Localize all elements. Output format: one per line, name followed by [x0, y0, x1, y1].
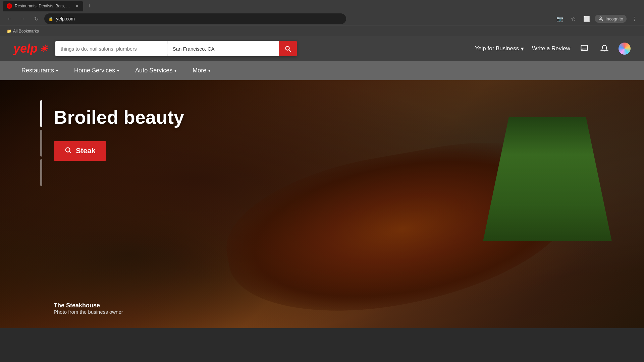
menu-icon[interactable]: ⋮	[629, 13, 640, 24]
bookmarks-folder[interactable]: 📁 All Bookmarks	[4, 27, 42, 35]
hero-content: Broiled beauty Steak	[0, 80, 238, 188]
tab-favicon	[7, 3, 12, 9]
cta-search-icon	[64, 146, 72, 156]
reload-button[interactable]: ↻	[31, 13, 42, 24]
yelp-burst-icon: ✳	[40, 43, 47, 54]
tab-title: Restaurants, Dentists, Bars, Bea...	[15, 4, 72, 8]
yelp-wordmark: yelp	[13, 42, 38, 56]
nav-item-restaurants[interactable]: Restaurants ▾	[13, 61, 66, 80]
write-review-link[interactable]: Write a Review	[532, 45, 570, 52]
search-icon	[284, 45, 291, 52]
yelp-nav: Restaurants ▾ Home Services ▾ Auto Servi…	[0, 61, 644, 80]
active-tab[interactable]: Restaurants, Dentists, Bars, Bea... ✕	[3, 1, 83, 11]
yelp-header: yelp ✳ Yelp for Business ▾ Write a Revie…	[0, 36, 644, 61]
bookmarks-label: All Bookmarks	[13, 29, 39, 34]
slide-dot-1[interactable]	[40, 100, 42, 127]
url-bar[interactable]: 🔒 yelp.com	[44, 13, 346, 24]
more-chevron-icon: ▾	[208, 68, 210, 73]
folder-icon: 📁	[7, 29, 12, 34]
restaurants-chevron-icon: ▾	[56, 68, 58, 73]
hero-title: Broiled beauty	[54, 107, 184, 128]
incognito-label: Incognito	[605, 16, 623, 21]
security-lock-icon: 🔒	[48, 16, 53, 21]
website-content: yelp ✳ Yelp for Business ▾ Write a Revie…	[0, 36, 644, 328]
tab-bar: Restaurants, Dentists, Bars, Bea... ✕ +	[0, 0, 644, 12]
nav-auto-services-label: Auto Services	[135, 67, 172, 74]
hero-cta-label: Steak	[76, 146, 96, 155]
svg-line-4	[69, 152, 71, 153]
browser-chrome: Restaurants, Dentists, Bars, Bea... ✕ + …	[0, 0, 644, 36]
svg-point-0	[8, 4, 11, 8]
camera-icon[interactable]: 📷	[554, 13, 565, 24]
hero-section: Broiled beauty Steak The Steakhouse Phot…	[0, 80, 644, 328]
avatar-image	[619, 43, 631, 55]
nav-item-more[interactable]: More ▾	[184, 61, 218, 80]
star-icon[interactable]: ☆	[568, 13, 579, 24]
new-tab-button[interactable]: +	[85, 1, 94, 11]
yelp-for-business-chevron: ▾	[521, 45, 524, 52]
bookmarks-bar: 📁 All Bookmarks	[0, 25, 644, 36]
search-what-input[interactable]	[55, 41, 167, 56]
messages-icon[interactable]	[578, 43, 590, 55]
hero-caption-title: The Steakhouse	[54, 302, 123, 309]
forward-button[interactable]: →	[17, 13, 28, 24]
auto-services-chevron-icon: ▾	[174, 68, 176, 73]
hero-cta-button[interactable]: Steak	[54, 141, 106, 161]
nav-more-label: More	[193, 67, 206, 74]
hero-caption-subtitle: Photo from the business owner	[54, 309, 123, 315]
header-right: Yelp for Business ▾ Write a Review	[475, 43, 631, 55]
nav-home-services-label: Home Services	[74, 67, 115, 74]
search-where-input[interactable]	[167, 41, 279, 56]
url-text: yelp.com	[56, 16, 342, 21]
slide-dot-3[interactable]	[40, 159, 42, 186]
slide-indicators	[40, 100, 42, 186]
user-avatar[interactable]	[619, 43, 631, 55]
address-bar: ← → ↻ 🔒 yelp.com 📷 ☆ ⬜ Incognito ⋮	[0, 12, 644, 25]
nav-item-auto-services[interactable]: Auto Services ▾	[127, 61, 184, 80]
back-button[interactable]: ←	[4, 13, 15, 24]
notifications-icon[interactable]	[598, 43, 610, 55]
toolbar-right: 📷 ☆ ⬜ Incognito ⋮	[554, 13, 640, 24]
search-bar	[55, 41, 297, 56]
slide-dot-2[interactable]	[40, 130, 42, 157]
yelp-logo[interactable]: yelp ✳	[13, 42, 47, 56]
search-button[interactable]	[279, 41, 297, 56]
tab-close-button[interactable]: ✕	[75, 3, 79, 9]
hero-caption: The Steakhouse Photo from the business o…	[54, 302, 123, 315]
yelp-for-business-label: Yelp for Business	[475, 45, 519, 52]
svg-point-1	[600, 17, 602, 18]
split-view-icon[interactable]: ⬜	[581, 13, 592, 24]
incognito-badge[interactable]: Incognito	[595, 15, 627, 23]
nav-restaurants-label: Restaurants	[21, 67, 54, 74]
home-services-chevron-icon: ▾	[117, 68, 119, 73]
nav-item-home-services[interactable]: Home Services ▾	[66, 61, 127, 80]
yelp-for-business-link[interactable]: Yelp for Business ▾	[475, 45, 524, 52]
